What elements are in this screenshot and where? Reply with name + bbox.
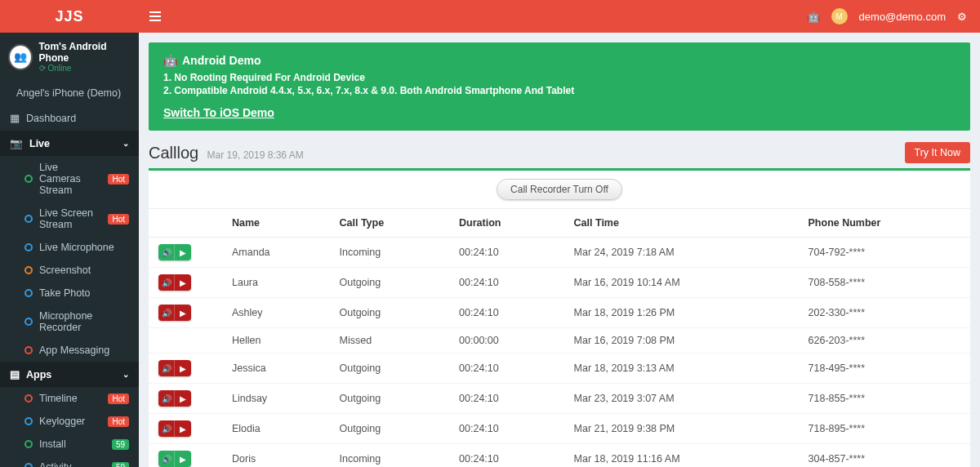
cell-call-time: Mar 18, 2019 3:13 AM [564, 354, 799, 384]
sidebar-header-label: Live [29, 138, 50, 149]
cell-call-time: Mar 16, 2019 10:14 AM [564, 268, 799, 298]
sidebar-item-label: Install [39, 438, 66, 450]
user-email[interactable]: demo@demo.com [859, 11, 946, 23]
sidebar-item-screenshot[interactable]: Screenshot [0, 259, 139, 282]
cell-phone: 304-857-**** [799, 444, 970, 468]
play-recording-button[interactable]: 🔊 ▶ [158, 451, 191, 467]
cell-phone: 704-792-**** [799, 238, 970, 268]
settings-icon[interactable]: ⚙ [957, 11, 967, 23]
sidebar-item-install[interactable]: Install 59 [0, 433, 139, 456]
hamburger-icon [149, 11, 161, 21]
volume-icon: 🔊 [158, 390, 175, 407]
banner-title-text: Android Demo [182, 54, 261, 67]
sidebar-item-live-microphone[interactable]: Live Microphone [0, 236, 139, 259]
play-recording-button[interactable]: 🔊 ▶ [158, 360, 191, 376]
cell-call-time: Mar 23, 2019 3:07 AM [564, 384, 799, 414]
play-recording-button[interactable]: 🔊 ▶ [158, 420, 191, 437]
sidebar-item-label: Dashboard [26, 113, 76, 124]
page-title: Calllog [149, 144, 198, 162]
calllog-panel: Call Recorder Turn Off Name Call Type Du… [149, 168, 970, 467]
cell-duration: 00:24:10 [449, 414, 564, 444]
sidebar-item-label: Angel's iPhone (Demo) [16, 87, 121, 99]
cell-call-type: Outgoing [330, 414, 450, 444]
circle-icon [24, 318, 33, 326]
volume-icon: 🔊 [158, 244, 175, 260]
cell-call-time: Mar 21, 2019 9:38 PM [564, 414, 799, 444]
chevron-down-icon: ⌄ [122, 370, 129, 379]
circle-icon [24, 417, 33, 425]
cell-call-time: Mar 16, 2019 7:08 PM [564, 328, 799, 354]
circle-icon [24, 440, 33, 448]
sidebar-item-label: Live Screen Stream [39, 207, 101, 230]
cell-call-type: Missed [330, 328, 450, 354]
apps-icon: ▤ [10, 368, 20, 380]
cell-phone: 718-855-**** [799, 384, 970, 414]
android-icon[interactable]: 🤖 [807, 11, 820, 23]
cell-call-type: Outgoing [330, 268, 450, 298]
avatar[interactable]: M [831, 8, 848, 24]
play-recording-button[interactable]: 🔊 ▶ [158, 244, 191, 260]
circle-icon [24, 394, 33, 403]
sidebar-header-live[interactable]: 📷 Live ⌄ [0, 131, 139, 156]
cell-phone: 718-495-**** [799, 354, 970, 384]
sidebar-item-keylogger[interactable]: Keylogger Hot [0, 410, 139, 433]
circle-icon [24, 346, 33, 354]
badge: Hot [108, 214, 129, 225]
sidebar-item-label: Screenshot [39, 265, 91, 276]
cell-duration: 00:24:10 [449, 238, 564, 268]
play-icon: ▶ [175, 360, 191, 376]
cell-call-time: Mar 24, 2019 7:18 AM [564, 238, 799, 268]
cell-duration: 00:00:00 [449, 328, 564, 354]
sidebar-item-live-screen-stream[interactable]: Live Screen Stream Hot [0, 202, 139, 236]
cell-phone: 718-895-**** [799, 414, 970, 444]
cell-name: Doris [222, 444, 330, 468]
volume-icon: 🔊 [158, 305, 175, 321]
volume-icon: 🔊 [158, 274, 175, 291]
circle-icon [24, 266, 33, 274]
demo-banner: 🤖Android Demo 1. No Rooting Required For… [149, 42, 970, 131]
device-status: ⟳ Online [39, 64, 131, 73]
topbar: JJS 🤖 M demo@demo.com ⚙ [0, 0, 980, 33]
play-recording-button[interactable]: 🔊 ▶ [158, 390, 191, 407]
play-icon: ▶ [175, 451, 191, 467]
play-recording-button[interactable]: 🔊 ▶ [158, 305, 191, 321]
switch-demo-link[interactable]: Switch To iOS Demo [163, 106, 274, 119]
call-recorder-toggle[interactable]: Call Recorder Turn Off [497, 179, 622, 200]
table-row: 🔊 ▶ Laura Outgoing 00:24:10 Mar 16, 2019… [149, 268, 970, 298]
cell-name: Laura [222, 268, 330, 298]
circle-icon [24, 463, 33, 467]
try-it-now-button[interactable]: Try It Now [905, 142, 970, 163]
table-row: 🔊 ▶ Doris Incoming 00:24:10 Mar 18, 2019… [149, 444, 970, 468]
play-recording-button[interactable]: 🔊 ▶ [158, 274, 191, 291]
play-icon: ▶ [175, 305, 191, 321]
device-block[interactable]: 👥 Tom's Android Phone ⟳ Online [0, 33, 139, 81]
sidebar-item-timeline[interactable]: Timeline Hot [0, 387, 139, 410]
sidebar-item-take-photo[interactable]: Take Photo [0, 282, 139, 305]
sidebar-item-dashboard[interactable]: ▦ Dashboard [0, 105, 139, 131]
sidebar-header-apps[interactable]: ▤ Apps ⌄ [0, 362, 139, 387]
sidebar-item-app-messaging[interactable]: App Messaging [0, 339, 139, 362]
table-row: 🔊 ▶ Ashley Outgoing 00:24:10 Mar 18, 201… [149, 298, 970, 328]
badge: Hot [108, 174, 129, 185]
sidebar-item-microphone-recorder[interactable]: Microphone Recorder [0, 305, 139, 339]
device-avatar-icon: 👥 [8, 44, 33, 70]
sidebar-toggle[interactable] [139, 11, 172, 21]
circle-icon [24, 215, 33, 223]
volume-icon: 🔊 [158, 360, 175, 376]
cell-duration: 00:24:10 [449, 268, 564, 298]
sidebar-item-label: Keylogger [39, 416, 85, 427]
sidebar-item-live-cameras-stream[interactable]: Live Cameras Stream Hot [0, 156, 139, 202]
sidebar-item-activity[interactable]: Activity 59 [0, 456, 139, 467]
table-row: 🔊 ▶ Lindsay Outgoing 00:24:10 Mar 23, 20… [149, 384, 970, 414]
col-call-type: Call Type [330, 209, 450, 238]
sidebar-item-label: Timeline [39, 393, 78, 404]
cell-duration: 00:24:10 [449, 444, 564, 468]
cell-name: Hellen [222, 328, 330, 354]
volume-icon: 🔊 [158, 451, 175, 467]
play-icon: ▶ [175, 390, 191, 407]
table-row: 🔊 ▶ Jessica Outgoing 00:24:10 Mar 18, 20… [149, 354, 970, 384]
sidebar-item-label: Activity [39, 461, 72, 467]
sidebar-item-demo-iphone[interactable]: Angel's iPhone (Demo) [0, 81, 139, 105]
banner-line-2: 2. Compatible Android 4.4.x, 5.x, 6.x, 7… [163, 85, 956, 96]
brand-logo[interactable]: JJS [0, 0, 139, 33]
